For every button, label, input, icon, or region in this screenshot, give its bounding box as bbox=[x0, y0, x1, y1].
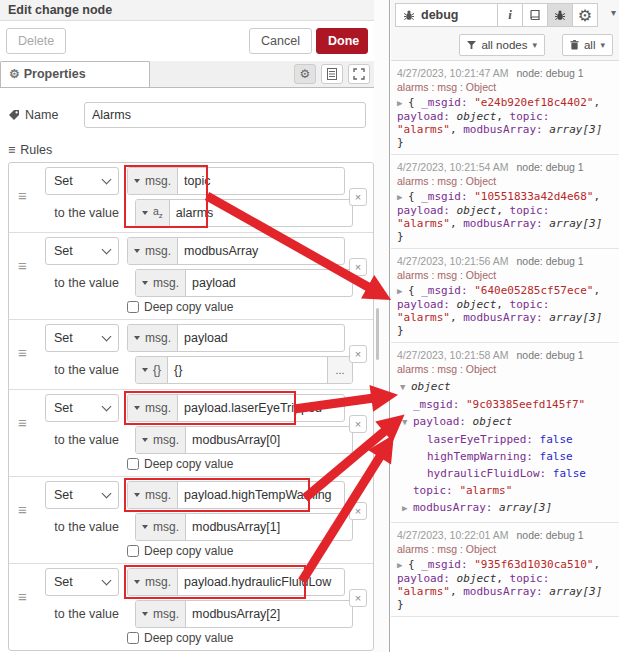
remove-rule-button[interactable]: × bbox=[349, 188, 367, 206]
value-typedinput[interactable]: msg. modbusArray[2] bbox=[135, 600, 353, 628]
deep-copy-row: Deep copy value bbox=[127, 300, 373, 314]
chevron-down-icon bbox=[102, 402, 112, 412]
target-typedinput[interactable]: msg. modbusArray bbox=[127, 237, 345, 265]
deep-copy-checkbox[interactable] bbox=[127, 458, 139, 470]
chevron-down-icon bbox=[102, 489, 112, 499]
deep-copy-checkbox[interactable] bbox=[127, 545, 139, 557]
collapse-toggle-icon[interactable]: ▼ bbox=[400, 379, 411, 396]
expand-toggle-icon[interactable]: ▶ bbox=[397, 97, 408, 110]
type-select-msg[interactable]: msg. bbox=[128, 238, 178, 264]
action-select[interactable]: Set bbox=[45, 237, 119, 265]
drag-handle-icon[interactable]: ≡ bbox=[18, 501, 27, 518]
cancel-button[interactable]: Cancel bbox=[249, 28, 312, 54]
scrollbar-thumb[interactable] bbox=[376, 308, 379, 360]
message-payload[interactable]: ▶{ _msgid: "640e05285cf57ece", payload: … bbox=[397, 284, 615, 337]
target-typedinput[interactable]: msg. payload.highTempWarning bbox=[127, 481, 345, 509]
debug-message[interactable]: 4/27/2023, 10:21:56 AMnode: debug 1 alar… bbox=[391, 249, 619, 343]
help-tab-button[interactable] bbox=[522, 3, 548, 27]
caret-down-icon: ▾ bbox=[600, 40, 605, 50]
deep-copy-checkbox[interactable] bbox=[127, 632, 139, 644]
sidebar-menu-chevron[interactable]: ▾ bbox=[611, 7, 616, 18]
remove-rule-button[interactable]: × bbox=[349, 415, 367, 433]
type-select-msg[interactable]: msg. bbox=[128, 168, 178, 194]
type-select-msg[interactable]: msg. bbox=[136, 601, 186, 627]
action-select[interactable]: Set bbox=[45, 324, 119, 352]
remove-rule-button[interactable]: × bbox=[349, 589, 367, 607]
collapse-toggle-icon[interactable]: ▼ bbox=[402, 414, 413, 431]
action-select[interactable]: Set bbox=[45, 394, 119, 422]
node-appearance-button[interactable] bbox=[348, 64, 370, 84]
debug-message[interactable]: 4/27/2023, 10:21:47 AMnode: debug 1 alar… bbox=[391, 61, 619, 155]
message-payload[interactable]: ▶{ _msgid: "10551833a42d4e68", payload: … bbox=[397, 190, 615, 243]
config-nodes-button[interactable]: ⚙ bbox=[572, 3, 598, 27]
expand-toggle-icon[interactable]: ▶ bbox=[397, 285, 408, 298]
gear-icon: ⚙ bbox=[300, 67, 311, 81]
remove-rule-button[interactable]: × bbox=[349, 258, 367, 276]
value-typedinput[interactable]: {} {} ... bbox=[135, 356, 353, 384]
node-properties-button[interactable]: ⚙ bbox=[294, 64, 316, 84]
type-select-msg[interactable]: msg. bbox=[136, 270, 186, 296]
message-topic: alarms : msg : Object bbox=[397, 80, 615, 94]
target-typedinput[interactable]: msg. payload bbox=[127, 324, 345, 352]
trash-icon bbox=[570, 40, 579, 50]
type-select-msg[interactable]: msg. bbox=[136, 427, 186, 453]
value-typedinput[interactable]: msg. modbusArray[0] bbox=[135, 426, 353, 454]
node-description-button[interactable] bbox=[321, 64, 343, 84]
timestamp: 4/27/2023, 10:21:54 AM bbox=[397, 161, 509, 173]
filter-nodes-button[interactable]: all nodes ▾ bbox=[459, 34, 545, 56]
type-select-string[interactable]: az bbox=[136, 200, 170, 226]
remove-rule-button[interactable]: × bbox=[349, 502, 367, 520]
deep-copy-checkbox[interactable] bbox=[127, 301, 139, 313]
to-value-label: to the value bbox=[9, 363, 127, 377]
caret-down-icon bbox=[134, 336, 140, 340]
drag-handle-icon[interactable]: ≡ bbox=[18, 588, 27, 605]
target-typedinput[interactable]: msg. topic bbox=[127, 167, 345, 195]
type-select-msg[interactable]: msg. bbox=[128, 569, 178, 595]
chevron-down-icon bbox=[102, 332, 112, 342]
to-value-label: to the value bbox=[9, 520, 127, 534]
done-button[interactable]: Done bbox=[316, 28, 368, 54]
expand-toggle-icon[interactable]: ▶ bbox=[402, 500, 413, 517]
drag-handle-icon[interactable]: ≡ bbox=[18, 344, 27, 361]
name-input[interactable] bbox=[84, 102, 366, 128]
value-typedinput[interactable]: msg. payload bbox=[135, 269, 353, 297]
tab-properties[interactable]: ⚙Properties bbox=[0, 61, 150, 87]
action-select[interactable]: Set bbox=[45, 167, 119, 195]
delete-button[interactable]: Delete bbox=[6, 28, 66, 54]
message-topic: alarms : msg : Object bbox=[397, 362, 615, 376]
document-icon bbox=[327, 68, 337, 80]
remove-rule-button[interactable]: × bbox=[349, 345, 367, 363]
action-select[interactable]: Set bbox=[45, 481, 119, 509]
expand-toggle-icon[interactable]: ▶ bbox=[397, 191, 408, 204]
value-typedinput[interactable]: msg. modbusArray[1] bbox=[135, 513, 353, 541]
drag-handle-icon[interactable]: ≡ bbox=[18, 414, 27, 431]
message-payload[interactable]: ▶{ _msgid: "e24b920ef18c4402", payload: … bbox=[397, 96, 615, 149]
debug-message[interactable]: 4/27/2023, 10:21:54 AMnode: debug 1 alar… bbox=[391, 155, 619, 249]
tab-debug[interactable]: debug bbox=[395, 3, 498, 27]
rule-row-2: ≡ Set msg. modbusArray to the value msg.… bbox=[9, 233, 373, 320]
clear-messages-button[interactable]: all ▾ bbox=[562, 34, 613, 56]
debug-tab-button[interactable] bbox=[547, 3, 573, 27]
debug-message[interactable]: 4/27/2023, 10:22:01 AMnode: debug 1 alar… bbox=[391, 523, 619, 617]
info-tab-button[interactable]: i bbox=[497, 3, 523, 27]
type-select-json[interactable]: {} bbox=[136, 357, 168, 383]
type-select-msg[interactable]: msg. bbox=[128, 395, 178, 421]
to-value-label: to the value bbox=[9, 276, 127, 290]
type-select-msg[interactable]: msg. bbox=[128, 325, 178, 351]
expand-toggle-icon[interactable]: ▶ bbox=[397, 559, 408, 572]
target-typedinput[interactable]: msg. payload.laserEyeTripped bbox=[127, 394, 345, 422]
edit-panel-scrollbar[interactable] bbox=[374, 0, 390, 652]
type-select-msg[interactable]: msg. bbox=[128, 482, 178, 508]
funnel-icon bbox=[467, 41, 476, 50]
drag-handle-icon[interactable]: ≡ bbox=[18, 257, 27, 274]
message-payload[interactable]: ▶{ _msgid: "935f63d1030ca510", payload: … bbox=[397, 558, 615, 611]
action-select[interactable]: Set bbox=[45, 568, 119, 596]
value-typedinput[interactable]: az alarms bbox=[135, 199, 353, 227]
deep-copy-row: Deep copy value bbox=[127, 631, 373, 645]
drag-handle-icon[interactable]: ≡ bbox=[18, 187, 27, 204]
debug-message-expanded[interactable]: 4/27/2023, 10:21:58 AMnode: debug 1 alar… bbox=[391, 343, 619, 523]
type-select-msg[interactable]: msg. bbox=[136, 514, 186, 540]
gear-icon: ⚙ bbox=[578, 6, 592, 25]
target-typedinput[interactable]: msg. payload.hydraulicFluidLow bbox=[127, 568, 345, 596]
string-type-icon: az bbox=[153, 205, 163, 220]
